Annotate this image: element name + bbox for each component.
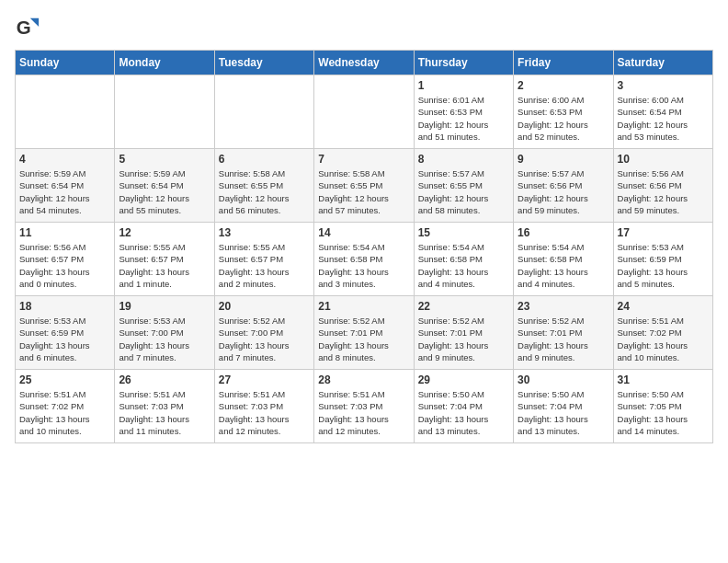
day-number: 19 [119,300,210,313]
day-number: 24 [618,300,709,313]
col-header-wednesday: Wednesday [314,51,414,75]
day-number: 11 [19,226,110,239]
logo-icon: G [15,15,40,40]
calendar-cell: 17Sunrise: 5:53 AM Sunset: 6:59 PM Dayli… [613,223,712,296]
day-info: Sunrise: 5:51 AM Sunset: 7:03 PM Dayligh… [318,388,409,437]
calendar-cell: 6Sunrise: 5:58 AM Sunset: 6:55 PM Daylig… [214,149,313,223]
col-header-saturday: Saturday [613,51,712,75]
calendar-cell: 10Sunrise: 5:56 AM Sunset: 6:56 PM Dayli… [613,149,712,223]
day-info: Sunrise: 5:51 AM Sunset: 7:02 PM Dayligh… [618,315,709,363]
calendar-cell: 31Sunrise: 5:50 AM Sunset: 7:05 PM Dayli… [613,370,712,443]
col-header-sunday: Sunday [16,51,115,75]
day-number: 9 [518,153,609,166]
svg-marker-1 [30,18,39,27]
page-header: G [15,15,713,40]
calendar-cell: 25Sunrise: 5:51 AM Sunset: 7:02 PM Dayli… [16,370,115,443]
col-header-friday: Friday [514,51,613,75]
day-number: 15 [418,226,509,239]
calendar-cell: 8Sunrise: 5:57 AM Sunset: 6:55 PM Daylig… [414,149,513,223]
calendar-cell: 13Sunrise: 5:55 AM Sunset: 6:57 PM Dayli… [214,223,313,296]
day-info: Sunrise: 5:52 AM Sunset: 7:01 PM Dayligh… [418,315,509,363]
calendar-cell: 29Sunrise: 5:50 AM Sunset: 7:04 PM Dayli… [414,370,513,443]
day-info: Sunrise: 5:51 AM Sunset: 7:02 PM Dayligh… [19,388,110,437]
day-info: Sunrise: 5:58 AM Sunset: 6:55 PM Dayligh… [318,167,409,216]
calendar-cell: 27Sunrise: 5:51 AM Sunset: 7:03 PM Dayli… [214,370,313,443]
calendar-cell: 24Sunrise: 5:51 AM Sunset: 7:02 PM Dayli… [613,296,712,370]
day-number: 2 [518,79,609,92]
day-number: 25 [19,373,110,386]
calendar-cell: 18Sunrise: 5:53 AM Sunset: 6:59 PM Dayli… [16,296,115,370]
day-number: 30 [518,373,609,386]
day-info: Sunrise: 5:51 AM Sunset: 7:03 PM Dayligh… [219,388,310,437]
day-info: Sunrise: 5:54 AM Sunset: 6:58 PM Dayligh… [318,241,409,290]
calendar-cell: 11Sunrise: 5:56 AM Sunset: 6:57 PM Dayli… [16,223,115,296]
day-number: 6 [219,153,310,166]
day-number: 13 [219,226,310,239]
week-row-2: 4Sunrise: 5:59 AM Sunset: 6:54 PM Daylig… [16,149,713,223]
day-info: Sunrise: 5:50 AM Sunset: 7:04 PM Dayligh… [518,388,609,437]
day-info: Sunrise: 5:55 AM Sunset: 6:57 PM Dayligh… [219,241,310,290]
day-number: 17 [618,226,709,239]
calendar-cell: 2Sunrise: 6:00 AM Sunset: 6:53 PM Daylig… [514,75,613,149]
day-number: 29 [418,373,509,386]
week-row-5: 25Sunrise: 5:51 AM Sunset: 7:02 PM Dayli… [16,370,713,443]
calendar-cell: 12Sunrise: 5:55 AM Sunset: 6:57 PM Dayli… [115,223,214,296]
day-info: Sunrise: 5:50 AM Sunset: 7:05 PM Dayligh… [618,388,709,437]
day-info: Sunrise: 6:01 AM Sunset: 6:53 PM Dayligh… [418,94,509,143]
day-number: 28 [318,373,409,386]
calendar-cell: 16Sunrise: 5:54 AM Sunset: 6:58 PM Dayli… [514,223,613,296]
calendar-cell [314,75,414,149]
day-info: Sunrise: 5:53 AM Sunset: 6:59 PM Dayligh… [19,315,110,363]
day-number: 12 [119,226,210,239]
calendar-cell: 26Sunrise: 5:51 AM Sunset: 7:03 PM Dayli… [115,370,214,443]
calendar-cell [16,75,115,149]
day-number: 5 [119,153,210,166]
day-info: Sunrise: 5:53 AM Sunset: 6:59 PM Dayligh… [618,241,709,290]
day-info: Sunrise: 5:51 AM Sunset: 7:03 PM Dayligh… [119,388,210,437]
calendar-cell: 15Sunrise: 5:54 AM Sunset: 6:58 PM Dayli… [414,223,513,296]
day-info: Sunrise: 5:53 AM Sunset: 7:00 PM Dayligh… [119,315,210,363]
svg-text:G: G [17,17,31,38]
calendar-cell: 21Sunrise: 5:52 AM Sunset: 7:01 PM Dayli… [314,296,414,370]
calendar-cell: 20Sunrise: 5:52 AM Sunset: 7:00 PM Dayli… [214,296,313,370]
day-info: Sunrise: 5:55 AM Sunset: 6:57 PM Dayligh… [119,241,210,290]
calendar-cell: 1Sunrise: 6:01 AM Sunset: 6:53 PM Daylig… [414,75,513,149]
day-number: 26 [119,373,210,386]
day-number: 16 [518,226,609,239]
col-header-tuesday: Tuesday [214,51,313,75]
day-number: 18 [19,300,110,313]
day-number: 4 [19,153,110,166]
day-number: 20 [219,300,310,313]
logo: G [15,15,44,40]
day-number: 31 [618,373,709,386]
week-row-1: 1Sunrise: 6:01 AM Sunset: 6:53 PM Daylig… [16,75,713,149]
day-info: Sunrise: 5:50 AM Sunset: 7:04 PM Dayligh… [418,388,509,437]
day-info: Sunrise: 5:52 AM Sunset: 7:01 PM Dayligh… [318,315,409,363]
day-info: Sunrise: 5:54 AM Sunset: 6:58 PM Dayligh… [418,241,509,290]
col-header-thursday: Thursday [414,51,513,75]
calendar-cell [115,75,214,149]
day-number: 8 [418,153,509,166]
day-info: Sunrise: 5:59 AM Sunset: 6:54 PM Dayligh… [119,167,210,216]
day-info: Sunrise: 6:00 AM Sunset: 6:54 PM Dayligh… [618,94,709,143]
calendar-cell: 3Sunrise: 6:00 AM Sunset: 6:54 PM Daylig… [613,75,712,149]
day-number: 21 [318,300,409,313]
day-info: Sunrise: 5:56 AM Sunset: 6:56 PM Dayligh… [618,167,709,216]
day-info: Sunrise: 5:52 AM Sunset: 7:00 PM Dayligh… [219,315,310,363]
day-number: 10 [618,153,709,166]
day-info: Sunrise: 5:57 AM Sunset: 6:55 PM Dayligh… [418,167,509,216]
day-info: Sunrise: 5:56 AM Sunset: 6:57 PM Dayligh… [19,241,110,290]
day-number: 3 [618,79,709,92]
calendar-cell: 19Sunrise: 5:53 AM Sunset: 7:00 PM Dayli… [115,296,214,370]
week-row-4: 18Sunrise: 5:53 AM Sunset: 6:59 PM Dayli… [16,296,713,370]
col-header-monday: Monday [115,51,214,75]
day-number: 1 [418,79,509,92]
calendar-cell: 14Sunrise: 5:54 AM Sunset: 6:58 PM Dayli… [314,223,414,296]
day-number: 7 [318,153,409,166]
week-row-3: 11Sunrise: 5:56 AM Sunset: 6:57 PM Dayli… [16,223,713,296]
day-info: Sunrise: 6:00 AM Sunset: 6:53 PM Dayligh… [518,94,609,143]
day-info: Sunrise: 5:54 AM Sunset: 6:58 PM Dayligh… [518,241,609,290]
day-number: 22 [418,300,509,313]
calendar-cell: 30Sunrise: 5:50 AM Sunset: 7:04 PM Dayli… [514,370,613,443]
day-info: Sunrise: 5:57 AM Sunset: 6:56 PM Dayligh… [518,167,609,216]
